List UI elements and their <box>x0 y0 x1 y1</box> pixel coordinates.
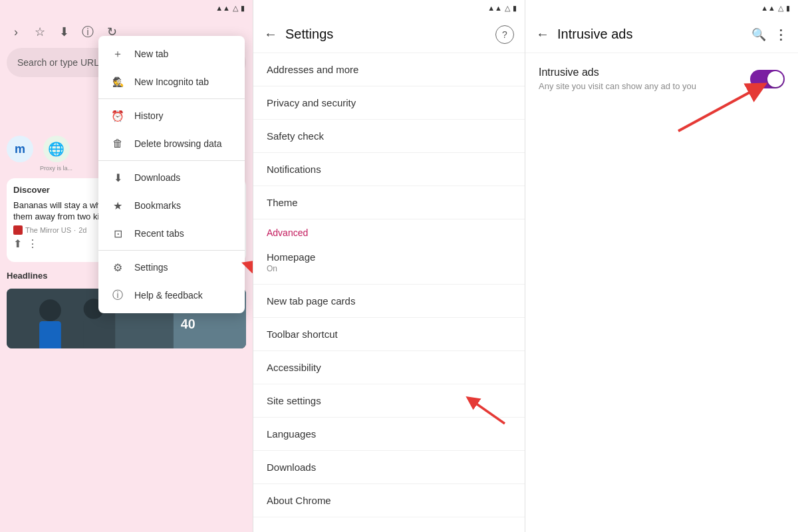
settings-item-site-settings[interactable]: Site settings <box>253 384 525 418</box>
settings-back-button[interactable]: ← <box>264 27 277 42</box>
menu-item-bookmarks[interactable]: ★ Bookmarks <box>98 192 245 219</box>
safety-label: Safety check <box>267 130 324 142</box>
settings-header: ← Settings ? <box>253 16 525 53</box>
article-dot: · <box>74 226 76 234</box>
settings-list: Addresses and more Privacy and security … <box>253 53 525 532</box>
history-label: History <box>134 110 164 121</box>
downloads-settings-label: Downloads <box>267 462 316 473</box>
settings-item-accessibility[interactable]: Accessibility <box>253 351 525 384</box>
recent-tabs-label: Recent tabs <box>134 228 184 239</box>
intrusive-ads-row: Intrusive ads Any site you visit can sho… <box>539 66 785 91</box>
settings-help-button[interactable]: ? <box>495 25 514 44</box>
settings-item-downloads[interactable]: Downloads <box>253 451 525 484</box>
settings-battery-icon: ▮ <box>513 4 517 13</box>
incognito-label: New Incognito tab <box>134 76 209 87</box>
settings-wifi-icon: ▲▲ <box>487 4 502 12</box>
battery-icon: ▮ <box>241 4 245 13</box>
settings-item-homepage[interactable]: Homepage On <box>253 241 525 285</box>
wifi-icon: ▲▲ <box>215 4 230 12</box>
back-button[interactable]: › <box>7 23 25 41</box>
ads-info: Intrusive ads Any site you visit can sho… <box>539 66 750 91</box>
arrow-container <box>539 91 785 144</box>
ads-header-right: 🔍 ⋮ <box>751 27 787 43</box>
privacy-label: Privacy and security <box>267 97 356 108</box>
svg-rect-8 <box>39 321 61 348</box>
recent-tabs-icon: ⊡ <box>110 226 125 241</box>
menu-item-new-tab[interactable]: ＋ New tab <box>98 40 245 68</box>
bookmarks-icon: ★ <box>110 198 125 213</box>
dropdown-menu: ＋ New tab 🕵 New Incognito tab ⏰ History … <box>98 36 245 313</box>
ads-more-button[interactable]: ⋮ <box>774 27 787 43</box>
menu-item-help[interactable]: ⓘ Help & feedback <box>98 281 245 309</box>
svg-point-7 <box>39 299 61 321</box>
downloads-label: Downloads <box>134 172 180 183</box>
settings-item-about-chrome[interactable]: About Chrome <box>253 484 525 517</box>
delete-label: Delete browsing data <box>134 138 222 149</box>
ads-content: Intrusive ads Any site you visit can sho… <box>525 53 798 158</box>
ads-status-bar: ▲▲ △ ▮ <box>525 0 798 16</box>
downloads-icon: ⬇ <box>110 170 125 185</box>
signal-icon: △ <box>233 4 238 13</box>
settings-icon: ⚙ <box>110 260 125 275</box>
menu-item-recent-tabs[interactable]: ⊡ Recent tabs <box>98 219 245 247</box>
headlines-label: Headlines <box>7 271 47 281</box>
svg-rect-10 <box>84 319 104 348</box>
site-settings-label: Site settings <box>267 395 321 406</box>
settings-item-safety[interactable]: Safety check <box>253 120 525 153</box>
ads-setting-desc: Any site you visit can show any ad to yo… <box>539 81 750 91</box>
settings-signal-icon: △ <box>505 4 510 13</box>
bookmark-button[interactable]: ☆ <box>31 23 49 41</box>
svg-text:40: 40 <box>181 317 196 331</box>
ads-back-button[interactable]: ← <box>536 27 549 42</box>
shortcut-web-icon: 🌐 <box>43 136 70 162</box>
history-icon: ⏰ <box>110 108 125 123</box>
settings-panel: ▲▲ △ ▮ ← Settings ? Addresses and more P… <box>253 0 525 532</box>
settings-status-icons: ▲▲ △ ▮ <box>487 4 517 13</box>
about-chrome-label: About Chrome <box>267 495 331 506</box>
help-label: Help & feedback <box>134 290 203 301</box>
notifications-label: Notifications <box>267 164 321 175</box>
settings-item-languages[interactable]: Languages <box>253 418 525 451</box>
languages-label: Languages <box>267 428 316 440</box>
incognito-icon: 🕵 <box>110 74 125 89</box>
settings-status-bar: ▲▲ △ ▮ <box>253 0 525 16</box>
homepage-sub: On <box>267 264 511 273</box>
settings-item-notifications[interactable]: Notifications <box>253 153 525 186</box>
ads-status-icons: ▲▲ △ ▮ <box>761 4 790 13</box>
status-bar: ▲▲ △ ▮ <box>0 0 253 16</box>
menu-item-delete[interactable]: 🗑 Delete browsing data <box>98 130 245 158</box>
menu-item-incognito[interactable]: 🕵 New Incognito tab <box>98 68 245 96</box>
new-tab-cards-label: New tab page cards <box>267 295 355 307</box>
info-button[interactable]: ⓘ <box>78 23 97 41</box>
article-source: The Mirror US <box>25 226 71 234</box>
menu-item-downloads[interactable]: ⬇ Downloads <box>98 164 245 192</box>
settings-item-new-tab-cards[interactable]: New tab page cards <box>253 285 525 318</box>
article-time: 2d <box>78 226 86 234</box>
intrusive-ads-panel: ▲▲ △ ▮ ← Intrusive ads 🔍 ⋮ Intrusive ads… <box>525 0 798 532</box>
ads-battery-icon: ▮ <box>786 4 790 13</box>
settings-item-toolbar-shortcut[interactable]: Toolbar shortcut <box>253 318 525 351</box>
shortcut-m-icon: m <box>7 136 33 162</box>
homepage-label: Homepage <box>267 251 511 263</box>
more-options-icon[interactable]: ⋮ <box>27 237 38 250</box>
shortcut-web-label: Proxy is la... <box>40 165 72 172</box>
help-icon: ⓘ <box>110 288 125 303</box>
settings-item-addresses[interactable]: Addresses and more <box>253 53 525 86</box>
ads-signal-icon: △ <box>778 4 783 13</box>
new-tab-label: New tab <box>134 49 168 59</box>
ads-search-button[interactable]: 🔍 <box>751 27 766 42</box>
settings-item-privacy[interactable]: Privacy and security <box>253 86 525 120</box>
download-toolbar-button[interactable]: ⬇ <box>55 23 73 41</box>
intrusive-ads-toggle[interactable] <box>750 70 785 88</box>
new-tab-icon: ＋ <box>110 47 125 61</box>
bookmarks-label: Bookmarks <box>134 200 181 211</box>
shortcut-m[interactable]: m <box>7 136 33 172</box>
address-text: Search or type URL <box>17 57 99 68</box>
ads-title: Intrusive ads <box>557 27 632 42</box>
toolbar-shortcut-label: Toolbar shortcut <box>267 329 338 340</box>
menu-item-settings[interactable]: ⚙ Settings <box>98 253 245 281</box>
settings-item-theme[interactable]: Theme <box>253 186 525 219</box>
share-icon[interactable]: ⬆ <box>13 237 22 250</box>
shortcut-web[interactable]: 🌐 Proxy is la... <box>40 136 72 172</box>
menu-item-history[interactable]: ⏰ History <box>98 102 245 130</box>
